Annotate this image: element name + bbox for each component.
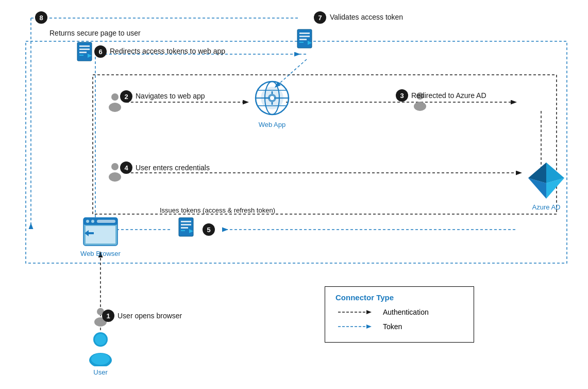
svg-point-46 xyxy=(111,163,119,170)
svg-marker-71 xyxy=(366,310,372,314)
token-line-icon xyxy=(335,321,377,332)
legend-authentication: Authentication xyxy=(335,307,463,317)
legend-token-label: Token xyxy=(383,322,402,331)
authentication-line-icon xyxy=(335,307,377,317)
step4-label: User enters credentials xyxy=(136,164,210,172)
svg-rect-53 xyxy=(181,221,191,222)
step6-token-icon xyxy=(76,41,95,64)
svg-point-34 xyxy=(270,96,274,100)
svg-point-18 xyxy=(91,353,110,365)
svg-rect-67 xyxy=(299,39,307,40)
step3-label: Redirected to Azure AD xyxy=(411,91,486,100)
svg-rect-24 xyxy=(97,220,115,223)
step6-doc-icon xyxy=(76,41,95,62)
step7-doc-icon xyxy=(296,28,315,49)
svg-rect-62 xyxy=(79,55,83,56)
svg-rect-65 xyxy=(299,33,310,34)
svg-point-22 xyxy=(86,220,89,223)
step7-token-icon xyxy=(296,28,315,51)
step-badge-3: 3 xyxy=(396,89,408,102)
step-badge-5: 5 xyxy=(203,223,215,236)
azure-ad-label: Azure AD xyxy=(520,203,572,211)
svg-rect-55 xyxy=(181,227,188,229)
svg-rect-26 xyxy=(89,232,94,234)
step2-label: Navigates to web app xyxy=(136,92,205,100)
web-app-label: Web App xyxy=(251,121,293,128)
step-badge-8: 8 xyxy=(35,11,47,24)
step8-label: Returns secure page to user xyxy=(49,29,141,37)
diagram-container: User Web Browser Web App xyxy=(0,0,588,389)
legend-title: Connector Type xyxy=(335,293,463,302)
svg-point-17 xyxy=(95,334,106,345)
svg-rect-54 xyxy=(181,224,191,225)
user-icon xyxy=(85,330,116,366)
svg-point-51 xyxy=(414,102,426,111)
step5-doc-icon xyxy=(178,217,196,237)
connector-legend: Connector Type Authentication Token xyxy=(325,286,474,343)
web-browser-node: Web Browser xyxy=(77,217,124,257)
azure-ad-node: Azure AD xyxy=(520,160,572,211)
step-badge-1: 1 xyxy=(102,310,114,322)
svg-rect-21 xyxy=(86,226,115,244)
svg-rect-56 xyxy=(181,230,185,231)
step-badge-6: 6 xyxy=(94,45,107,58)
legend-token: Token xyxy=(335,321,463,332)
azure-ad-icon xyxy=(526,160,567,201)
user-node: User xyxy=(80,330,121,376)
svg-rect-60 xyxy=(79,48,90,50)
step-badge-2: 2 xyxy=(120,90,132,103)
step-badge-7: 7 xyxy=(314,11,326,24)
svg-point-45 xyxy=(109,103,121,112)
svg-rect-68 xyxy=(299,42,304,43)
svg-point-44 xyxy=(111,93,119,101)
user-label: User xyxy=(80,368,121,376)
svg-marker-73 xyxy=(366,325,372,329)
svg-point-23 xyxy=(91,220,94,223)
step-badge-4: 4 xyxy=(120,161,132,174)
legend-authentication-label: Authentication xyxy=(383,308,429,316)
svg-rect-66 xyxy=(299,36,310,37)
step7-label: Validates access token xyxy=(330,13,403,21)
step5-token-icon xyxy=(178,217,196,239)
web-app-icon xyxy=(254,80,290,119)
step1-label: User opens browser xyxy=(117,312,182,320)
web-browser-label: Web Browser xyxy=(77,250,124,257)
web-browser-icon xyxy=(82,217,119,248)
step5-label: Issues tokens (access & refresh token) xyxy=(160,206,275,214)
svg-rect-59 xyxy=(79,45,90,47)
web-app-node: Web App xyxy=(251,80,293,128)
svg-point-47 xyxy=(109,172,121,182)
step6-label: Redirects access tokens to web app xyxy=(110,47,225,55)
svg-rect-61 xyxy=(79,52,87,53)
